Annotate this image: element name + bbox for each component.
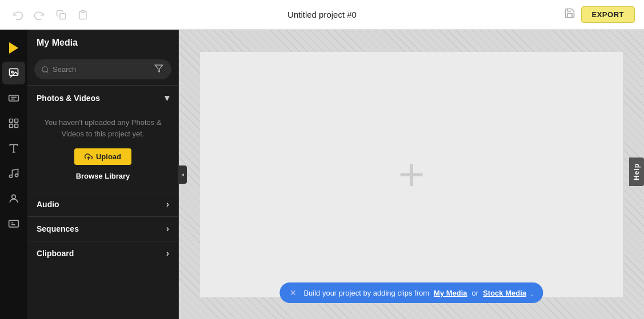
svg-rect-7 bbox=[15, 119, 18, 123]
audio-header[interactable]: Audio › bbox=[27, 192, 178, 216]
svg-point-14 bbox=[12, 195, 16, 199]
sidebar-item-audio[interactable] bbox=[2, 162, 25, 185]
empty-text: You haven't uploaded any Photos & Videos… bbox=[37, 117, 169, 139]
upload-button[interactable]: Upload bbox=[74, 148, 131, 165]
sidebar-item-captions[interactable] bbox=[2, 212, 25, 235]
copy-button[interactable] bbox=[53, 7, 70, 22]
toast-close-button[interactable]: ✕ bbox=[290, 288, 297, 297]
chevron-right-icon-sequences: › bbox=[166, 224, 169, 234]
help-button[interactable]: Help bbox=[629, 158, 644, 186]
svg-rect-8 bbox=[10, 124, 13, 128]
browse-library-button[interactable]: Browse Library bbox=[37, 172, 169, 180]
audio-section: Audio › bbox=[27, 192, 178, 216]
toolbar-left bbox=[9, 7, 91, 22]
sidebar-item-filters[interactable] bbox=[2, 112, 25, 135]
svg-point-16 bbox=[42, 66, 47, 71]
my-media-link[interactable]: My Media bbox=[434, 289, 467, 297]
toolbar-right: EXPORT bbox=[564, 6, 635, 23]
search-input[interactable] bbox=[53, 65, 150, 74]
add-clip-icon: + bbox=[398, 152, 425, 197]
project-title: Untitled project #0 bbox=[287, 10, 357, 19]
sequences-header[interactable]: Sequences › bbox=[27, 217, 178, 241]
toast-or: or bbox=[472, 289, 479, 297]
logo-icon bbox=[7, 41, 21, 55]
svg-rect-1 bbox=[81, 10, 85, 12]
svg-marker-17 bbox=[155, 65, 162, 72]
panel-header: My Media bbox=[27, 30, 178, 54]
save-icon bbox=[564, 7, 575, 22]
top-bar: Untitled project #0 EXPORT bbox=[0, 0, 644, 30]
photos-videos-header[interactable]: Photos & Videos ▾ bbox=[27, 86, 178, 110]
undo-button[interactable] bbox=[9, 7, 26, 22]
svg-rect-0 bbox=[60, 13, 66, 19]
filter-button[interactable] bbox=[153, 63, 165, 76]
svg-point-12 bbox=[10, 175, 13, 178]
sidebar-item-media[interactable] bbox=[2, 62, 25, 84]
sidebar-item-text[interactable] bbox=[2, 87, 25, 110]
sidebar-item-text2[interactable] bbox=[2, 137, 25, 160]
toast-period: . bbox=[531, 289, 533, 297]
collapse-button[interactable]: ◂ bbox=[178, 165, 187, 184]
stock-media-link[interactable]: Stock Media bbox=[483, 289, 526, 297]
svg-marker-2 bbox=[9, 42, 18, 54]
canvas-area: + ✕ Build your project by adding clips f… bbox=[179, 30, 644, 319]
left-panel: My Media Photos & Videos ▾ You haven't u… bbox=[27, 30, 179, 319]
toast-notification: ✕ Build your project by adding clips fro… bbox=[279, 282, 543, 303]
clipboard-section: Clipboard › bbox=[27, 241, 178, 265]
photos-videos-content: You haven't uploaded any Photos & Videos… bbox=[27, 110, 178, 192]
svg-rect-9 bbox=[15, 124, 18, 128]
redo-button[interactable] bbox=[31, 7, 48, 22]
export-button[interactable]: EXPORT bbox=[581, 6, 635, 23]
main-area: My Media Photos & Videos ▾ You haven't u… bbox=[0, 30, 644, 319]
svg-rect-5 bbox=[9, 95, 19, 101]
chevron-right-icon-audio: › bbox=[166, 199, 169, 209]
toast-message: Build your project by adding clips from bbox=[303, 289, 429, 297]
sidebar-item-person[interactable] bbox=[2, 187, 25, 210]
search-icon bbox=[41, 66, 49, 74]
svg-rect-6 bbox=[10, 119, 13, 123]
clipboard-header[interactable]: Clipboard › bbox=[27, 241, 178, 265]
chevron-right-icon-clipboard: › bbox=[166, 248, 169, 259]
logo-area bbox=[7, 34, 21, 59]
search-bar bbox=[34, 59, 171, 79]
chevron-down-icon: ▾ bbox=[165, 92, 169, 103]
canvas-content[interactable]: + bbox=[200, 52, 623, 297]
panel-title: My Media bbox=[37, 38, 78, 47]
photos-videos-section: Photos & Videos ▾ You haven't uploaded a… bbox=[27, 85, 178, 192]
svg-rect-15 bbox=[9, 220, 19, 227]
svg-point-4 bbox=[11, 71, 13, 73]
sidebar-icons bbox=[0, 30, 27, 319]
sequences-section: Sequences › bbox=[27, 216, 178, 241]
paste-button[interactable] bbox=[74, 7, 91, 22]
svg-point-13 bbox=[15, 174, 18, 177]
